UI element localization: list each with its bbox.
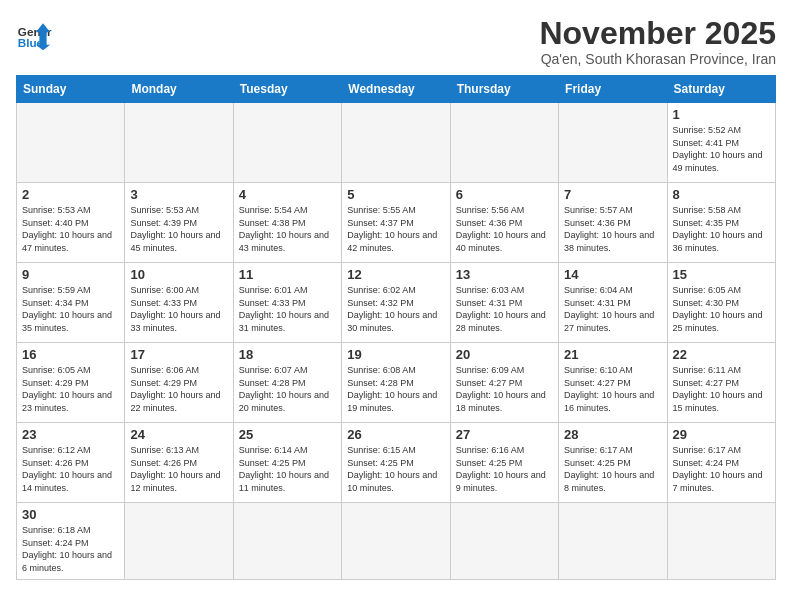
day-number: 19 (347, 347, 444, 362)
calendar-week-4: 23Sunrise: 6:12 AM Sunset: 4:26 PM Dayli… (17, 423, 776, 503)
calendar-cell: 19Sunrise: 6:08 AM Sunset: 4:28 PM Dayli… (342, 343, 450, 423)
day-number: 26 (347, 427, 444, 442)
day-number: 3 (130, 187, 227, 202)
calendar-cell (342, 103, 450, 183)
calendar-cell: 30Sunrise: 6:18 AM Sunset: 4:24 PM Dayli… (17, 503, 125, 579)
calendar-cell (559, 103, 667, 183)
calendar-cell (559, 503, 667, 579)
day-info: Sunrise: 6:11 AM Sunset: 4:27 PM Dayligh… (673, 364, 770, 414)
day-number: 28 (564, 427, 661, 442)
calendar-week-1: 2Sunrise: 5:53 AM Sunset: 4:40 PM Daylig… (17, 183, 776, 263)
day-info: Sunrise: 6:03 AM Sunset: 4:31 PM Dayligh… (456, 284, 553, 334)
calendar-cell: 29Sunrise: 6:17 AM Sunset: 4:24 PM Dayli… (667, 423, 775, 503)
calendar-cell: 18Sunrise: 6:07 AM Sunset: 4:28 PM Dayli… (233, 343, 341, 423)
calendar-cell (450, 103, 558, 183)
calendar-cell: 4Sunrise: 5:54 AM Sunset: 4:38 PM Daylig… (233, 183, 341, 263)
calendar-cell: 17Sunrise: 6:06 AM Sunset: 4:29 PM Dayli… (125, 343, 233, 423)
calendar-cell: 20Sunrise: 6:09 AM Sunset: 4:27 PM Dayli… (450, 343, 558, 423)
calendar-cell (667, 503, 775, 579)
day-number: 4 (239, 187, 336, 202)
calendar-cell: 16Sunrise: 6:05 AM Sunset: 4:29 PM Dayli… (17, 343, 125, 423)
header-saturday: Saturday (667, 76, 775, 103)
calendar-cell: 15Sunrise: 6:05 AM Sunset: 4:30 PM Dayli… (667, 263, 775, 343)
day-info: Sunrise: 6:09 AM Sunset: 4:27 PM Dayligh… (456, 364, 553, 414)
header-friday: Friday (559, 76, 667, 103)
day-info: Sunrise: 6:13 AM Sunset: 4:26 PM Dayligh… (130, 444, 227, 494)
calendar-cell: 3Sunrise: 5:53 AM Sunset: 4:39 PM Daylig… (125, 183, 233, 263)
calendar-cell (450, 503, 558, 579)
day-info: Sunrise: 6:12 AM Sunset: 4:26 PM Dayligh… (22, 444, 119, 494)
calendar-cell: 24Sunrise: 6:13 AM Sunset: 4:26 PM Dayli… (125, 423, 233, 503)
day-number: 2 (22, 187, 119, 202)
day-number: 5 (347, 187, 444, 202)
day-info: Sunrise: 6:02 AM Sunset: 4:32 PM Dayligh… (347, 284, 444, 334)
day-number: 8 (673, 187, 770, 202)
day-number: 13 (456, 267, 553, 282)
calendar-cell: 13Sunrise: 6:03 AM Sunset: 4:31 PM Dayli… (450, 263, 558, 343)
logo-icon: General Blue (16, 16, 52, 52)
calendar-week-2: 9Sunrise: 5:59 AM Sunset: 4:34 PM Daylig… (17, 263, 776, 343)
day-number: 6 (456, 187, 553, 202)
calendar-cell (125, 103, 233, 183)
day-number: 29 (673, 427, 770, 442)
day-number: 21 (564, 347, 661, 362)
calendar-subtitle: Qa'en, South Khorasan Province, Iran (539, 51, 776, 67)
title-block: November 2025 Qa'en, South Khorasan Prov… (539, 16, 776, 67)
day-number: 9 (22, 267, 119, 282)
day-number: 24 (130, 427, 227, 442)
calendar-cell: 1Sunrise: 5:52 AM Sunset: 4:41 PM Daylig… (667, 103, 775, 183)
page-header: General Blue November 2025 Qa'en, South … (16, 16, 776, 67)
calendar-cell: 12Sunrise: 6:02 AM Sunset: 4:32 PM Dayli… (342, 263, 450, 343)
day-number: 18 (239, 347, 336, 362)
day-info: Sunrise: 5:52 AM Sunset: 4:41 PM Dayligh… (673, 124, 770, 174)
calendar-cell: 27Sunrise: 6:16 AM Sunset: 4:25 PM Dayli… (450, 423, 558, 503)
day-number: 20 (456, 347, 553, 362)
calendar-title: November 2025 (539, 16, 776, 51)
day-info: Sunrise: 5:57 AM Sunset: 4:36 PM Dayligh… (564, 204, 661, 254)
calendar-cell: 25Sunrise: 6:14 AM Sunset: 4:25 PM Dayli… (233, 423, 341, 503)
day-info: Sunrise: 6:17 AM Sunset: 4:25 PM Dayligh… (564, 444, 661, 494)
day-info: Sunrise: 5:53 AM Sunset: 4:40 PM Dayligh… (22, 204, 119, 254)
day-number: 27 (456, 427, 553, 442)
day-number: 16 (22, 347, 119, 362)
day-number: 17 (130, 347, 227, 362)
calendar-header: Sunday Monday Tuesday Wednesday Thursday… (17, 76, 776, 103)
day-info: Sunrise: 6:01 AM Sunset: 4:33 PM Dayligh… (239, 284, 336, 334)
calendar-cell: 22Sunrise: 6:11 AM Sunset: 4:27 PM Dayli… (667, 343, 775, 423)
day-number: 7 (564, 187, 661, 202)
day-info: Sunrise: 6:06 AM Sunset: 4:29 PM Dayligh… (130, 364, 227, 414)
day-number: 11 (239, 267, 336, 282)
header-row: Sunday Monday Tuesday Wednesday Thursday… (17, 76, 776, 103)
day-info: Sunrise: 5:58 AM Sunset: 4:35 PM Dayligh… (673, 204, 770, 254)
day-number: 14 (564, 267, 661, 282)
calendar-week-0: 1Sunrise: 5:52 AM Sunset: 4:41 PM Daylig… (17, 103, 776, 183)
calendar-cell: 6Sunrise: 5:56 AM Sunset: 4:36 PM Daylig… (450, 183, 558, 263)
calendar-cell (233, 503, 341, 579)
day-number: 22 (673, 347, 770, 362)
day-number: 23 (22, 427, 119, 442)
header-monday: Monday (125, 76, 233, 103)
calendar-cell: 26Sunrise: 6:15 AM Sunset: 4:25 PM Dayli… (342, 423, 450, 503)
calendar-cell: 14Sunrise: 6:04 AM Sunset: 4:31 PM Dayli… (559, 263, 667, 343)
day-info: Sunrise: 6:04 AM Sunset: 4:31 PM Dayligh… (564, 284, 661, 334)
day-number: 1 (673, 107, 770, 122)
day-info: Sunrise: 6:17 AM Sunset: 4:24 PM Dayligh… (673, 444, 770, 494)
day-info: Sunrise: 6:16 AM Sunset: 4:25 PM Dayligh… (456, 444, 553, 494)
calendar-week-5: 30Sunrise: 6:18 AM Sunset: 4:24 PM Dayli… (17, 503, 776, 579)
day-info: Sunrise: 6:05 AM Sunset: 4:29 PM Dayligh… (22, 364, 119, 414)
day-info: Sunrise: 6:07 AM Sunset: 4:28 PM Dayligh… (239, 364, 336, 414)
day-info: Sunrise: 6:10 AM Sunset: 4:27 PM Dayligh… (564, 364, 661, 414)
calendar-cell (17, 103, 125, 183)
day-info: Sunrise: 6:15 AM Sunset: 4:25 PM Dayligh… (347, 444, 444, 494)
calendar-cell: 2Sunrise: 5:53 AM Sunset: 4:40 PM Daylig… (17, 183, 125, 263)
calendar-cell (125, 503, 233, 579)
day-info: Sunrise: 6:18 AM Sunset: 4:24 PM Dayligh… (22, 524, 119, 574)
day-number: 15 (673, 267, 770, 282)
day-number: 30 (22, 507, 119, 522)
header-tuesday: Tuesday (233, 76, 341, 103)
header-thursday: Thursday (450, 76, 558, 103)
day-number: 10 (130, 267, 227, 282)
calendar-cell: 21Sunrise: 6:10 AM Sunset: 4:27 PM Dayli… (559, 343, 667, 423)
calendar-cell: 23Sunrise: 6:12 AM Sunset: 4:26 PM Dayli… (17, 423, 125, 503)
calendar-cell: 8Sunrise: 5:58 AM Sunset: 4:35 PM Daylig… (667, 183, 775, 263)
